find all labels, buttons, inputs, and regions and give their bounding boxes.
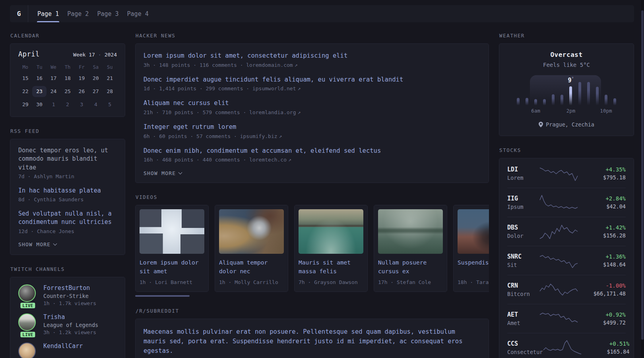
twitch-channel[interactable]: KendallCarr <box>18 342 117 358</box>
stocks-header: STOCKS <box>499 147 634 153</box>
weather-location: Prague, Czechia <box>507 121 626 128</box>
stock-sparkline <box>539 281 579 298</box>
video-meta: 18h · Tara <box>458 279 489 285</box>
page-scrollbar-thumb[interactable] <box>641 10 644 340</box>
time-axis-label: 6am <box>531 108 540 114</box>
temperature-bar <box>534 99 537 105</box>
stock-row[interactable]: CCSConsectetur+0.51%$165.84 <box>507 333 626 358</box>
calendar-day: 25 <box>60 86 74 97</box>
video-card[interactable]: Aliquam tempor dolor nec pharetra…1h · M… <box>215 205 288 292</box>
video-title[interactable]: Lorem ipsum dolor sit amet consectetu… <box>140 259 204 276</box>
stock-row[interactable]: IIGIpsum+2.84%$42.04 <box>507 188 626 217</box>
stock-symbol: CCS <box>507 340 543 347</box>
calendar-day: 5 <box>103 99 117 110</box>
hackernews-item-link[interactable]: Integer eget rutrum lorem <box>144 123 481 132</box>
stock-row[interactable]: SNRCSit+1.36%$148.64 <box>507 246 626 275</box>
stock-price: $42.04 <box>579 203 626 210</box>
rss-header: RSS FEED <box>10 128 125 134</box>
stock-identity: DBSDolor <box>507 224 539 239</box>
left-column: CALENDAR April Week 17 · 2024 MoTuWeThFr… <box>10 33 125 358</box>
stock-symbol: AET <box>507 311 539 318</box>
rss-card: Donec tempor eros leo, ut commodo mauris… <box>10 139 125 255</box>
channel-name[interactable]: Trisha <box>43 313 98 321</box>
tab-page-4[interactable]: Page 4 <box>127 5 149 22</box>
video-card[interactable]: Suspendisse diam18h · Tara <box>453 205 489 292</box>
rss-show-more-button[interactable]: SHOW MORE <box>18 241 117 247</box>
stock-sparkline <box>539 223 579 240</box>
stock-price: $148.64 <box>579 261 626 268</box>
video-card[interactable]: Lorem ipsum dolor sit amet consectetu…1h… <box>135 205 209 292</box>
rss-item-link[interactable]: Sed volutpat nulla nisl, a condimentum n… <box>18 210 117 227</box>
calendar-week-info: Week 17 · 2024 <box>73 52 117 58</box>
hackernews-item-meta: 1d · 1,414 points · 299 comments · ipsum… <box>144 86 481 91</box>
channel-name[interactable]: ForrestBurton <box>43 284 96 292</box>
calendar-day: 22 <box>18 86 32 97</box>
hackernews-item-meta: 21h · 710 points · 579 comments · loreml… <box>144 109 481 115</box>
stock-row[interactable]: CRNBitcorn-1.00%$66,171.48 <box>507 275 626 304</box>
stock-name: Sit <box>507 262 539 268</box>
tab-page-2[interactable]: Page 2 <box>67 5 89 22</box>
stock-row[interactable]: DBSDolor+1.42%$156.28 <box>507 217 626 246</box>
calendar-day: 26 <box>75 86 89 97</box>
middle-column: HACKER NEWS Lorem ipsum dolor sit amet, … <box>135 33 489 358</box>
video-title[interactable]: Nullam posuere cursus ex <box>378 259 443 276</box>
video-card[interactable]: Nullam posuere cursus ex17h · Stefan Col… <box>374 205 447 292</box>
rss-item-meta: 12d · Chance Jones <box>18 228 117 234</box>
stock-change: +1.36% <box>579 253 626 260</box>
video-title[interactable]: Aliquam tempor dolor nec pharetra… <box>219 259 284 276</box>
temperature-bar <box>552 94 555 105</box>
twitch-channel[interactable]: LIVETrishaLeague of Legends3h · 1.2k vie… <box>18 313 117 335</box>
stock-identity: SNRCSit <box>507 253 539 268</box>
video-card[interactable]: Mauris sit amet massa felis7h · Grayson … <box>294 205 368 292</box>
stock-price: $156.28 <box>579 232 626 239</box>
channel-name[interactable]: KendallCarr <box>43 342 83 350</box>
weather-widget: WEATHER Overcast Feels like 5°C 9° 6am2p… <box>499 33 634 136</box>
stock-values: +1.36%$148.64 <box>579 253 626 268</box>
temperature-bar <box>605 95 607 105</box>
external-link-icon: ↗ <box>288 157 291 163</box>
video-meta: 17h · Stefan Cole <box>378 279 443 285</box>
rss-item-meta: 7d · Ashlyn Martin <box>18 173 117 179</box>
calendar-day: 2 <box>60 99 74 110</box>
videos-header: VIDEOS <box>136 194 489 200</box>
page-tabs: Page 1Page 2Page 3Page 4 <box>37 5 149 22</box>
stock-row[interactable]: LDILorem+4.35%$795.18 <box>507 159 626 188</box>
hackernews-item-link[interactable]: Aliquam nec cursus elit <box>144 99 481 108</box>
calendar-day: 16 <box>32 73 46 84</box>
carousel-scroll-thumb[interactable] <box>135 295 190 297</box>
page-scrollbar-track[interactable] <box>641 0 644 358</box>
stock-values: +0.92%$499.72 <box>579 311 626 326</box>
stock-values: +0.51%$165.84 <box>582 340 629 355</box>
avatar-wrap <box>18 342 37 358</box>
tab-page-3[interactable]: Page 3 <box>97 5 118 22</box>
reddit-post-link[interactable]: Maecenas mollis pulvinar erat non posuer… <box>144 327 481 356</box>
calendar-day: 27 <box>89 86 103 97</box>
temperature-bar-current <box>569 86 572 105</box>
stock-name: Bitcorn <box>507 291 539 297</box>
hackernews-show-more-button[interactable]: SHOW MORE <box>144 170 481 176</box>
hackernews-item-link[interactable]: Lorem ipsum dolor sit amet, consectetur … <box>144 52 481 60</box>
hackernews-item-link[interactable]: Donec enim nibh, condimentum et accumsan… <box>144 147 481 156</box>
stock-row[interactable]: AETAmet+0.92%$499.72 <box>507 304 626 333</box>
calendar-day: 19 <box>75 73 89 84</box>
degree-symbol: ° <box>572 76 574 81</box>
stock-name: Ipsum <box>507 204 539 210</box>
calendar-day: 29 <box>18 99 32 110</box>
hackernews-item-link[interactable]: Donec imperdiet augue tincidunt felis al… <box>144 76 481 84</box>
twitch-channel[interactable]: LIVEForrestBurtonCounter-Strike1h · 1.7k… <box>18 284 117 306</box>
current-temperature-label: 9° <box>568 76 574 84</box>
video-thumbnail <box>458 209 489 254</box>
tab-page-1[interactable]: Page 1 <box>37 5 59 22</box>
calendar-day-of-week: Th <box>60 64 74 71</box>
rss-item-link[interactable]: Donec tempor eros leo, ut commodo mauris… <box>18 146 117 172</box>
video-title[interactable]: Suspendisse diam <box>458 259 489 276</box>
weather-card: Overcast Feels like 5°C 9° 6am2pm10pm <box>499 43 634 136</box>
live-badge: LIVE <box>19 331 36 338</box>
video-thumbnail <box>140 209 204 254</box>
weather-feels-like: Feels like 5°C <box>507 62 626 68</box>
external-link-icon: ↗ <box>298 86 301 91</box>
video-title[interactable]: Mauris sit amet massa felis <box>299 259 363 276</box>
avatar <box>18 342 36 358</box>
rss-item-link[interactable]: In hac habitasse platea <box>18 187 117 195</box>
calendar-day-of-week: Mo <box>18 64 32 71</box>
